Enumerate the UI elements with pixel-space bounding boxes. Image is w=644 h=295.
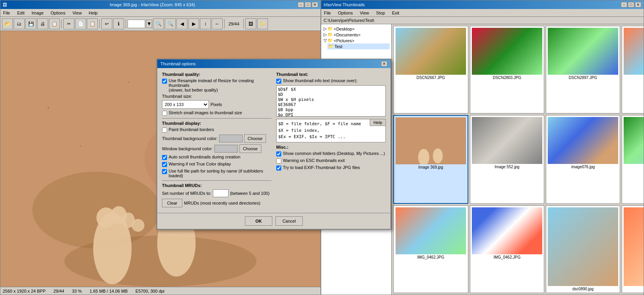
thumb-item-3[interactable]: Image 020.jpg	[622, 26, 644, 113]
prev-button[interactable]: ◀	[176, 18, 187, 29]
effects-button[interactable]: ✨	[257, 18, 268, 29]
bg-color-swatch[interactable]	[219, 135, 243, 142]
show-info-checkbox[interactable]	[276, 79, 281, 84]
resample-checkbox[interactable]	[162, 79, 167, 84]
fit-width-button[interactable]: ↕	[200, 18, 211, 29]
batch-button[interactable]: 📋	[49, 18, 60, 29]
thumb-item-1[interactable]: DSCN2803.JPG	[470, 26, 544, 113]
maximize-button[interactable]: □	[305, 2, 311, 7]
paint-borders-checkbox[interactable]	[162, 128, 167, 133]
next-button[interactable]: ▶	[188, 18, 199, 29]
ok-button[interactable]: OK	[245, 216, 272, 226]
full-path-checkbox[interactable]	[162, 169, 167, 174]
warning-esc-checkbox[interactable]	[276, 158, 281, 164]
tree-item-label: <Desktop>	[334, 27, 354, 31]
thumb-item-5[interactable]: Image 552.jpg	[470, 115, 544, 203]
show-shell-checkbox-label[interactable]: Show common shell folders (Desktop, My P…	[276, 151, 386, 156]
minimize-button[interactable]: −	[298, 2, 304, 7]
thumb-item-0[interactable]: DSCN2667.JPG	[393, 26, 468, 113]
info-button[interactable]: ℹ	[113, 18, 124, 29]
folder-icon: 📁	[327, 38, 333, 43]
zoom-dropdown[interactable]: ▼	[146, 20, 152, 28]
show-info-row: Show thumbnail info text (mouse over):	[276, 78, 386, 84]
help-button[interactable]: Help	[370, 119, 386, 126]
show-info-checkbox-label[interactable]: Show thumbnail info text (mouse over):	[276, 78, 386, 84]
zoom-out-button[interactable]: 🔍	[165, 18, 176, 29]
menu-options[interactable]: Options	[49, 10, 67, 16]
tree-item-desktop[interactable]: ▷ 📁 <Desktop>	[323, 26, 390, 32]
copy-button[interactable]: 📄	[75, 18, 86, 29]
load-exif-checkbox[interactable]	[276, 165, 281, 171]
menu-help[interactable]: Help	[88, 10, 99, 16]
expand-icon: ▷	[324, 26, 327, 31]
thumb-menu-view[interactable]: View	[359, 10, 371, 16]
stretch-row: Stretch small images to thumbnail size	[162, 110, 272, 116]
folder-icon: 📁	[328, 44, 334, 49]
irfanview-toolbar: 📂 🗂 💾 🖨 📋 ✂ 📄 📋 ↩ ℹ 33.0 ▼ 🔍 🔍 ◀ ▶ ↕ ↔ 2…	[0, 17, 320, 31]
zoom-input[interactable]: 33.0	[128, 20, 145, 28]
choose-window-bg-button[interactable]: Choose	[239, 144, 261, 153]
window-bg-color-swatch[interactable]	[214, 145, 238, 153]
resample-checkbox-label[interactable]: Use Resample instead of Resize for creat…	[162, 78, 272, 92]
thumb-item-4[interactable]: Image 369.jpg	[393, 115, 468, 203]
thumb-item-11[interactable]: kitten.jpg	[622, 205, 644, 293]
print-button[interactable]: 🖨	[37, 18, 48, 29]
auto-scroll-checkbox-label[interactable]: Auto scroll thumbnails during creation	[162, 155, 272, 160]
menu-file[interactable]: File	[2, 10, 11, 16]
thumb-item-10[interactable]: dsc0890.jpg	[546, 205, 620, 293]
menu-view[interactable]: View	[71, 10, 83, 16]
paste-button[interactable]: 📋	[87, 18, 98, 29]
clear-button[interactable]: Clear	[162, 199, 182, 207]
warning-esc-checkbox-label[interactable]: Warning on ESC thumbnails exit	[276, 158, 386, 164]
tree-item-test[interactable]: 📁 Test	[327, 43, 390, 49]
close-button[interactable]: ✕	[312, 2, 318, 7]
status-dimensions: 2560 x 1920 x 24 BPP	[3, 289, 45, 293]
save-button[interactable]: 💾	[25, 18, 36, 29]
tree-item-pictures[interactable]: ▽ 📁 <Pictures>	[323, 38, 390, 43]
open-folder-button[interactable]: 🗂	[14, 18, 25, 29]
menu-image[interactable]: Image	[31, 10, 45, 16]
status-counter: 29/44	[53, 289, 64, 293]
paint-borders-checkbox-label[interactable]: Paint thumbnail borders	[162, 127, 272, 133]
thumb-item-2[interactable]: DSCN2897.JPG	[546, 26, 620, 113]
thumbs-button[interactable]: 🖼	[245, 18, 256, 29]
warning-color-text: Warning if not True Color display	[169, 162, 231, 166]
undo-button[interactable]: ↩	[101, 18, 112, 29]
auto-scroll-checkbox[interactable]	[162, 155, 167, 160]
choose-bg-color-button[interactable]: Choose	[244, 134, 266, 143]
thumb-item-8[interactable]: IMG_0462.JPG	[393, 205, 468, 293]
thumb-close-button[interactable]: ✕	[635, 2, 641, 7]
zoom-in-button[interactable]: 🔍	[153, 18, 164, 29]
size-select[interactable]: 200 x 133	[162, 100, 209, 109]
thumb-item-7[interactable]: image095.jpg	[622, 115, 644, 203]
warning-color-checkbox-label[interactable]: Warning if not True Color display	[162, 162, 272, 167]
cancel-button[interactable]: Cancel	[275, 216, 303, 226]
page-counter: 29/44	[226, 21, 242, 27]
thumb-item-9[interactable]: IMG_0462.JPG	[470, 205, 544, 293]
fit-height-button[interactable]: ↔	[212, 18, 223, 29]
display-section-title: Thumbnail display:	[162, 121, 272, 126]
dialog-close-button[interactable]: ✕	[381, 61, 387, 67]
warning-color-checkbox[interactable]	[162, 162, 167, 167]
status-filesize: 1.65 MB / 14.06 MB	[90, 289, 128, 293]
mruids-input[interactable]: 50	[213, 189, 228, 197]
thumb-maximize-button[interactable]: □	[628, 2, 634, 7]
full-path-checkbox-label[interactable]: Use full file path for sorting by name (…	[162, 169, 272, 178]
thumb-menu-exit[interactable]: Exit	[391, 10, 400, 16]
load-exif-checkbox-label[interactable]: Try to load EXIF-Thumbnail for JPG files	[276, 165, 386, 171]
thumb-menu-stop[interactable]: Stop	[375, 10, 386, 16]
cut-button[interactable]: ✂	[63, 18, 74, 29]
thumb-minimize-button[interactable]: −	[621, 2, 627, 7]
thumb-menu-options[interactable]: Options	[337, 10, 354, 16]
stretch-checkbox[interactable]	[162, 111, 167, 116]
thumb-menu-file[interactable]: File	[323, 10, 332, 16]
info-text-area[interactable]: $D$F $X $D $W x $H pixels $E36867 $B bpp…	[276, 85, 386, 117]
menu-edit[interactable]: Edit	[16, 10, 26, 16]
stretch-checkbox-label[interactable]: Stretch small images to thumbnail size	[162, 110, 272, 116]
tree-item-documents[interactable]: ▷ 📁 <Documents>	[323, 32, 390, 38]
stretch-text: Stretch small images to thumbnail size	[169, 110, 242, 115]
open-button[interactable]: 📂	[2, 18, 13, 29]
show-shell-checkbox[interactable]	[276, 151, 281, 156]
resample-row: Use Resample instead of Resize for creat…	[162, 78, 272, 92]
thumb-item-6[interactable]: image076.jpg	[546, 115, 620, 203]
